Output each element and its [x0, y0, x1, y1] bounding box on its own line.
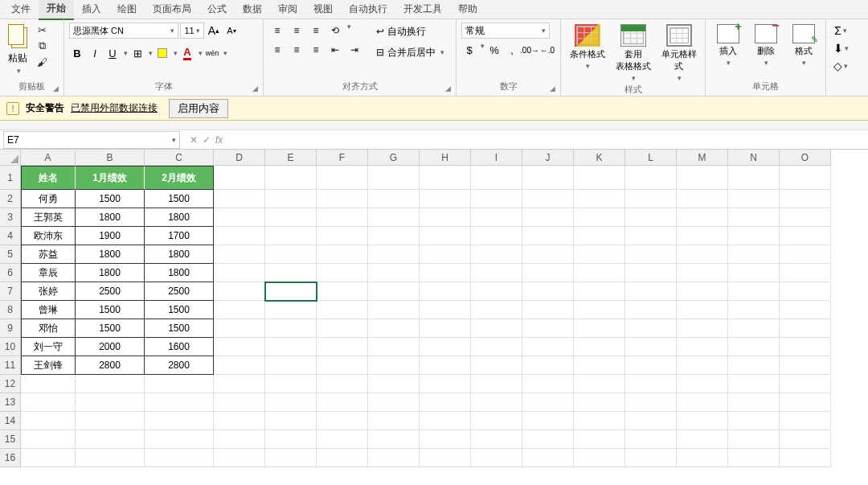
cell-L8[interactable] [625, 301, 677, 319]
cell-J12[interactable] [522, 375, 574, 393]
cell-D11[interactable] [214, 356, 265, 375]
cell-F9[interactable] [317, 319, 368, 338]
cell-B4[interactable]: 1900 [76, 227, 145, 245]
percent-format-button[interactable]: % [486, 42, 502, 58]
cell-B9[interactable]: 1500 [76, 319, 145, 338]
menu-绘图[interactable]: 绘图 [109, 0, 145, 19]
cell-N16[interactable] [728, 449, 780, 467]
cell-I9[interactable] [471, 319, 522, 338]
cell-A11[interactable]: 王剑锋 [21, 356, 76, 375]
cell-M2[interactable] [677, 190, 728, 208]
cell-M15[interactable] [677, 430, 728, 449]
cell-B7[interactable]: 2500 [76, 282, 145, 301]
cell-I10[interactable] [471, 338, 522, 356]
cell-styles-button[interactable]: 单元格样式▾ [657, 23, 700, 84]
cell-G4[interactable] [368, 227, 420, 245]
cell-M16[interactable] [677, 449, 728, 467]
align-middle-button[interactable]: ≡ [288, 23, 305, 39]
cell-K12[interactable] [574, 375, 625, 393]
cell-G5[interactable] [368, 245, 420, 264]
select-all-corner[interactable] [0, 150, 21, 166]
cell-G13[interactable] [368, 393, 420, 412]
column-header-G[interactable]: G [368, 150, 420, 166]
cell-F2[interactable] [317, 190, 368, 208]
cell-F11[interactable] [317, 356, 368, 375]
cell-J16[interactable] [522, 449, 574, 467]
insert-cells-button[interactable]: 插入▾ [710, 23, 745, 68]
cell-F4[interactable] [317, 227, 368, 245]
column-header-L[interactable]: L [625, 150, 677, 166]
cell-C4[interactable]: 1700 [145, 227, 214, 245]
cell-K11[interactable] [574, 356, 625, 375]
align-right-button[interactable]: ≡ [307, 42, 325, 58]
cell-I14[interactable] [471, 412, 522, 430]
warning-message-link[interactable]: 已禁用外部数据连接 [71, 101, 158, 115]
cell-N6[interactable] [728, 264, 780, 282]
cell-H4[interactable] [420, 227, 471, 245]
cell-K16[interactable] [574, 449, 625, 467]
cell-M9[interactable] [677, 319, 728, 338]
cell-L13[interactable] [625, 393, 677, 412]
cell-F16[interactable] [317, 449, 368, 467]
cell-E12[interactable] [265, 375, 317, 393]
cell-H6[interactable] [420, 264, 471, 282]
cell-N13[interactable] [728, 393, 780, 412]
cell-K13[interactable] [574, 393, 625, 412]
cell-E10[interactable] [265, 338, 317, 356]
cell-J11[interactable] [522, 356, 574, 375]
cell-D2[interactable] [214, 190, 265, 208]
cell-B16[interactable] [76, 449, 145, 467]
cell-M5[interactable] [677, 245, 728, 264]
cell-O12[interactable] [780, 375, 831, 393]
row-header-9[interactable]: 9 [0, 319, 21, 338]
row-header-16[interactable]: 16 [0, 449, 21, 467]
cell-C5[interactable]: 1800 [145, 245, 214, 264]
format-as-table-button[interactable]: 套用 表格格式▾ [612, 23, 654, 84]
accounting-format-button[interactable]: $ [461, 42, 477, 58]
cell-B6[interactable]: 1800 [76, 264, 145, 282]
cell-K14[interactable] [574, 412, 625, 430]
cell-L7[interactable] [625, 282, 677, 301]
cell-E5[interactable] [265, 245, 317, 264]
cell-C8[interactable]: 1500 [145, 301, 214, 319]
row-header-12[interactable]: 12 [0, 375, 21, 393]
cell-M6[interactable] [677, 264, 728, 282]
cell-A8[interactable]: 曾琳 [21, 301, 76, 319]
cell-A13[interactable] [21, 393, 76, 412]
cell-G8[interactable] [368, 301, 420, 319]
cell-B2[interactable]: 1500 [76, 190, 145, 208]
cell-K3[interactable] [574, 208, 625, 227]
cell-C12[interactable] [145, 375, 214, 393]
row-header-1[interactable]: 1 [0, 166, 21, 190]
row-header-5[interactable]: 5 [0, 245, 21, 264]
menu-文件[interactable]: 文件 [3, 0, 39, 19]
cell-O13[interactable] [780, 393, 831, 412]
cell-C3[interactable]: 1800 [145, 208, 214, 227]
column-header-F[interactable]: F [317, 150, 368, 166]
cell-I4[interactable] [471, 227, 522, 245]
cell-A6[interactable]: 章辰 [21, 264, 76, 282]
cell-N4[interactable] [728, 227, 780, 245]
cell-C14[interactable] [145, 412, 214, 430]
cell-J15[interactable] [522, 430, 574, 449]
cell-E3[interactable] [265, 208, 317, 227]
cell-M13[interactable] [677, 393, 728, 412]
cell-M7[interactable] [677, 282, 728, 301]
menu-数据[interactable]: 数据 [235, 0, 270, 19]
cell-G16[interactable] [368, 449, 420, 467]
cell-O7[interactable] [780, 282, 831, 301]
cell-M12[interactable] [677, 375, 728, 393]
cell-L10[interactable] [625, 338, 677, 356]
cell-H3[interactable] [420, 208, 471, 227]
cell-C15[interactable] [145, 430, 214, 449]
cell-H15[interactable] [420, 430, 471, 449]
cell-I13[interactable] [471, 393, 522, 412]
cell-O2[interactable] [780, 190, 831, 208]
cell-H7[interactable] [420, 282, 471, 301]
fx-icon[interactable]: fx [215, 134, 223, 146]
cell-D3[interactable] [214, 208, 265, 227]
cell-I11[interactable] [471, 356, 522, 375]
row-header-11[interactable]: 11 [0, 356, 21, 375]
cell-F3[interactable] [317, 208, 368, 227]
cell-E1[interactable] [265, 166, 317, 190]
